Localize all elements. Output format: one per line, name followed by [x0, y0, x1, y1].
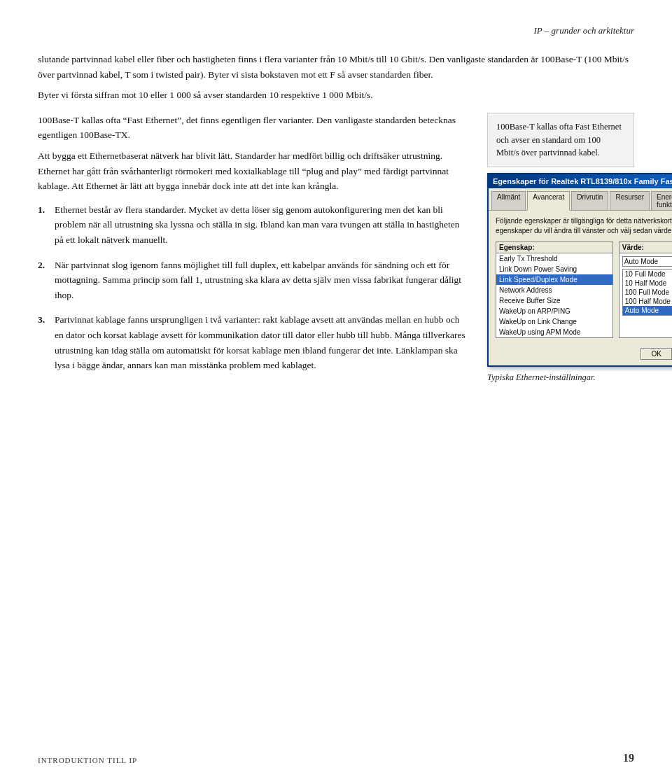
- dialog-area: Egenskaper för Realtek RTL8139/810x Fami…: [487, 173, 634, 383]
- win-dialog: Egenskaper för Realtek RTL8139/810x Fami…: [487, 173, 672, 367]
- win-footer: OK Avbryt: [489, 344, 672, 365]
- body-para-4: Att bygga ett Ethernetbaserat nätverk ha…: [38, 148, 470, 194]
- val-row-3[interactable]: 100 Full Mode: [623, 288, 672, 297]
- win-panels: Egenskap: Early Tx Threshold Link Down P…: [496, 241, 672, 338]
- prop-row-2[interactable]: Link Down Power Saving: [496, 264, 612, 274]
- list-item-3: 3. Partvinnat kablage fanns ursprunglige…: [38, 312, 470, 372]
- list-num-1: 1.: [38, 202, 49, 248]
- win-left-header: Egenskap:: [496, 242, 612, 253]
- win-dropdown-value: Auto Mode: [624, 258, 658, 265]
- list-item-1: 1. Ethernet består av flera standarder. …: [38, 202, 470, 248]
- val-row-1[interactable]: 10 Full Mode: [623, 270, 672, 279]
- list-item-2: 2. När partvinnat slog igenom fanns möjl…: [38, 258, 470, 303]
- win-right-header: Värde:: [620, 242, 672, 253]
- val-row-2[interactable]: 10 Half Mode: [623, 279, 672, 288]
- body-text-main: 100Base-T kallas ofta “Fast Ethernet”, d…: [38, 113, 470, 194]
- win-body: Följande egenskaper är tillgängliga för …: [489, 211, 672, 344]
- numbered-list: 1. Ethernet består av flera standarder. …: [38, 202, 470, 373]
- val-row-4[interactable]: 100 Half Mode: [623, 297, 672, 306]
- win-value-dropdown[interactable]: Auto Mode ▼: [622, 256, 672, 267]
- tab-energi[interactable]: Energispar­funktioner: [651, 191, 672, 210]
- ok-button[interactable]: OK: [640, 348, 671, 360]
- sidebar-box: 100Base-T kallas ofta Fast Ethernet och …: [487, 113, 634, 167]
- prop-row-3[interactable]: Link Speed/Duplex Mode: [496, 274, 612, 285]
- win-description: Följande egenskaper är tillgängliga för …: [496, 216, 672, 236]
- prop-row-8[interactable]: WakeUp using APM Mode: [496, 327, 612, 337]
- col-right: 100Base-T kallas ofta Fast Ethernet och …: [487, 113, 634, 383]
- win-title: Egenskaper för Realtek RTL8139/810x Fami…: [493, 177, 672, 186]
- list-text-1: Ethernet består av flera standarder. Myc…: [55, 202, 470, 248]
- footer-left: introduktion till ip: [38, 756, 137, 764]
- win-titlebar: Egenskaper för Realtek RTL8139/810x Fami…: [489, 174, 672, 188]
- prop-row-6[interactable]: WakeUp on ARP/PING: [496, 306, 612, 316]
- win-right-panel: Värde: Auto Mode ▼ 10 Full Mode 10 Half …: [619, 241, 672, 338]
- tab-allman[interactable]: Allmänt: [491, 191, 526, 210]
- footer-right: 19: [623, 752, 634, 764]
- intro-section: slutande partvinnad kabel eller fiber oc…: [38, 52, 634, 103]
- val-row-5[interactable]: Auto Mode: [623, 306, 672, 315]
- win-tabs: Allmänt Avancerat Drivrutin Resurser Ene…: [489, 188, 672, 211]
- prop-row-7[interactable]: WakeUp on Link Change: [496, 316, 612, 327]
- list-text-2: När partvinnat slog igenom fanns möjligh…: [55, 258, 470, 303]
- page-header: IP – grunder och arkitektur: [38, 25, 634, 39]
- list-num-2: 2.: [38, 258, 49, 303]
- tab-avancerat[interactable]: Avancerat: [527, 191, 570, 211]
- win-left-panel: Egenskap: Early Tx Threshold Link Down P…: [496, 241, 613, 338]
- two-col-section: 100Base-T kallas ofta “Fast Ethernet”, d…: [38, 113, 634, 383]
- list-text-3: Partvinnat kablage fanns ursprungligen i…: [55, 312, 470, 372]
- prop-row-4[interactable]: Network Address: [496, 285, 612, 295]
- intro-para-1: slutande partvinnad kabel eller fiber oc…: [38, 52, 634, 82]
- win-dropdown-container: Auto Mode ▼ 10 Full Mode 10 Half Mode 10…: [620, 253, 672, 318]
- prop-row-1[interactable]: Early Tx Threshold: [496, 253, 612, 264]
- win-value-list: 10 Full Mode 10 Half Mode 100 Full Mode …: [622, 269, 672, 316]
- intro-text: slutande partvinnad kabel eller fiber oc…: [38, 52, 634, 103]
- body-para-3: 100Base-T kallas ofta “Fast Ethernet”, d…: [38, 113, 470, 143]
- page: IP – grunder och arkitektur slutande par…: [0, 0, 672, 784]
- tab-resurser[interactable]: Resurser: [610, 191, 650, 210]
- intro-para-2: Byter vi första siffran mot 10 eller 1 0…: [38, 88, 634, 103]
- tab-drivrutin[interactable]: Drivrutin: [571, 191, 608, 210]
- list-num-3: 3.: [38, 312, 49, 372]
- page-footer: introduktion till ip 19: [38, 752, 634, 764]
- col-left: 100Base-T kallas ofta “Fast Ethernet”, d…: [38, 113, 470, 383]
- header-title: IP – grunder och arkitektur: [534, 25, 634, 36]
- dialog-caption: Typiska Ethernet-inställningar.: [487, 372, 634, 383]
- sidebar-text: 100Base-T kallas ofta Fast Ethernet och …: [496, 122, 622, 158]
- prop-row-5[interactable]: Receive Buffer Size: [496, 295, 612, 306]
